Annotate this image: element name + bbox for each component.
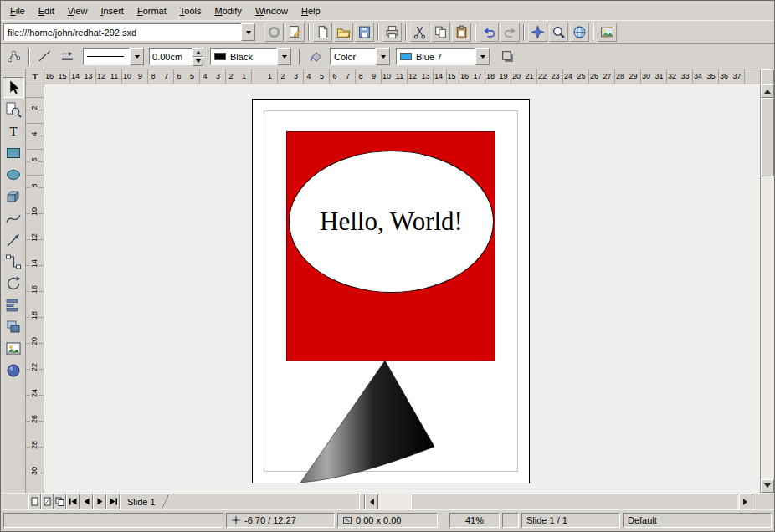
line-color-body: Black	[210, 48, 277, 65]
paste-clipboard-icon	[454, 25, 469, 39]
menu-edit[interactable]: Edit	[32, 3, 61, 19]
undo-button[interactable]	[480, 23, 499, 42]
3d-objects-tool[interactable]	[3, 186, 24, 207]
paste-button[interactable]	[452, 23, 471, 42]
interaction-tool[interactable]	[3, 360, 24, 381]
position-icon	[231, 515, 241, 525]
scroll-left-button[interactable]	[365, 494, 378, 509]
arrange-tool[interactable]	[3, 316, 24, 337]
first-slide-button[interactable]	[66, 494, 80, 509]
ruler-tick: 26	[30, 412, 38, 427]
toolbar-separator	[305, 24, 312, 41]
lines-arrows-tool[interactable]	[3, 229, 24, 250]
rectangle-tool[interactable]	[3, 142, 24, 163]
fill-color-dropdown-button[interactable]	[475, 48, 490, 65]
slide-number-field[interactable]: Slide 1 / 1	[521, 513, 620, 528]
menu-view[interactable]: View	[61, 3, 95, 19]
line-color-select[interactable]: Black	[210, 48, 291, 65]
ellipse-tool[interactable]	[3, 164, 24, 185]
fill-color-select[interactable]: Blue 7	[396, 48, 490, 65]
previous-slide-button[interactable]	[80, 494, 93, 509]
open-button[interactable]	[334, 23, 353, 42]
vertical-scrollbar[interactable]	[760, 69, 774, 493]
horizontal-scroll-track[interactable]	[378, 494, 739, 509]
text-icon: T	[4, 122, 23, 141]
menu-insert[interactable]: Insert	[94, 3, 131, 19]
object-size-field[interactable]: 0.00 x 0.00	[337, 513, 438, 528]
next-slide-button[interactable]	[93, 494, 106, 509]
copy-button[interactable]	[431, 23, 450, 42]
new-document-button[interactable]	[313, 23, 332, 42]
sphere-icon	[4, 361, 23, 380]
text-tool[interactable]: T	[3, 120, 24, 141]
scrollbar-top-button[interactable]	[761, 69, 774, 84]
scroll-up-button[interactable]	[761, 84, 774, 98]
zoom-button[interactable]	[549, 23, 568, 42]
menu-format[interactable]: Format	[131, 3, 173, 19]
master-view-button[interactable]	[41, 494, 54, 509]
url-dropdown-button[interactable]	[241, 23, 255, 41]
line-color-dropdown-button[interactable]	[277, 48, 291, 65]
black-cone-shape[interactable]	[295, 359, 441, 484]
pane-splitter-handle[interactable]	[359, 494, 365, 509]
menu-file[interactable]: File	[3, 3, 32, 19]
last-slide-button[interactable]	[106, 494, 120, 509]
horizontal-scroll-thumb[interactable]	[411, 494, 737, 509]
navigator-button[interactable]	[528, 23, 547, 42]
stop-button[interactable]	[264, 23, 284, 42]
print-button[interactable]	[382, 23, 402, 42]
save-button[interactable]	[355, 23, 374, 42]
hyperlink-button[interactable]	[570, 23, 589, 42]
scroll-right-button[interactable]	[739, 494, 752, 509]
line-color-swatch	[214, 53, 226, 60]
menu-window[interactable]: Window	[249, 3, 295, 19]
edit-points-button[interactable]	[4, 47, 23, 66]
spin-up-button[interactable]	[192, 48, 203, 57]
rotate-tool[interactable]	[3, 273, 24, 294]
cursor-position-field[interactable]: -6.70 / 12.27	[226, 513, 335, 528]
url-input[interactable]	[3, 23, 241, 41]
page-view-button[interactable]	[28, 494, 41, 509]
line-style-dropdown-button[interactable]	[130, 48, 144, 65]
zoom-tool[interactable]	[3, 99, 24, 120]
area-button[interactable]	[305, 47, 325, 66]
cut-button[interactable]	[410, 23, 429, 42]
h-ruler[interactable]: 1615141312111098765432112345678910111213…	[44, 69, 760, 84]
tab-stop-selector[interactable]	[26, 69, 44, 84]
arrow-style-button[interactable]	[58, 47, 77, 66]
vertical-scroll-thumb[interactable]	[761, 98, 774, 176]
v-ruler[interactable]: 24681012141618202224262830	[26, 84, 44, 493]
arrow-up-icon	[764, 86, 771, 94]
page-style-field[interactable]: Default	[623, 513, 772, 528]
fill-color-label: Blue 7	[416, 52, 442, 62]
gallery-button[interactable]	[598, 23, 617, 42]
drawing-canvas[interactable]: Hello, World!	[44, 84, 760, 493]
fill-style-select[interactable]: Color	[330, 48, 390, 65]
menu-tools[interactable]: Tools	[173, 3, 208, 19]
white-ellipse[interactable]: Hello, World!	[289, 151, 494, 293]
ruler-tick: 28	[615, 72, 625, 80]
line-width-input[interactable]	[150, 52, 192, 62]
insert-tool[interactable]	[3, 338, 24, 359]
fill-style-dropdown-button[interactable]	[376, 48, 390, 65]
line-style-select[interactable]	[83, 48, 144, 65]
menu-modify[interactable]: Modify	[208, 3, 248, 19]
tab-slide-1[interactable]: Slide 1	[120, 494, 173, 509]
connector-tool[interactable]	[3, 251, 24, 272]
url-combobox	[3, 23, 255, 41]
alignment-tool[interactable]	[3, 294, 24, 315]
scroll-down-button[interactable]	[761, 479, 774, 493]
page[interactable]: Hello, World!	[252, 99, 530, 483]
menu-help[interactable]: Help	[295, 3, 327, 19]
shadow-button[interactable]	[498, 47, 517, 66]
vertical-scroll-track[interactable]	[761, 98, 774, 479]
redo-button[interactable]	[500, 23, 520, 42]
spin-down-button[interactable]	[192, 57, 203, 66]
line-button[interactable]	[35, 47, 54, 66]
curve-tool[interactable]	[3, 207, 24, 228]
zoom-level-field[interactable]: 41%	[449, 513, 500, 528]
select-tool[interactable]	[3, 77, 24, 98]
edit-file-button[interactable]	[285, 23, 305, 42]
hello-world-text[interactable]: Hello, World!	[320, 207, 463, 237]
layer-view-button[interactable]	[54, 494, 66, 509]
